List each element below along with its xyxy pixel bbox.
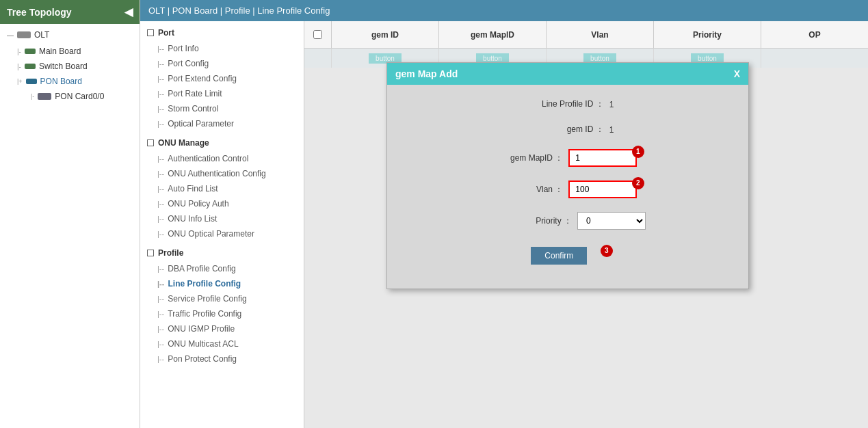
switchboard-icon — [25, 64, 36, 69]
breadcrumb-text: OLT | PON Board | Profile | Line Profile… — [148, 5, 330, 16]
line-profile-id-row: Line Profile ID ： 1 — [408, 98, 728, 110]
nav-onu-auth-config[interactable]: ONU Authentication Config — [140, 166, 304, 181]
tree-root-item: — OLT |- Main Board |- Switch Board |+ — [0, 24, 140, 106]
nav-auth-control[interactable]: Authentication Control — [140, 151, 304, 166]
main-layout: Tree Topology ◀ — OLT |- Main Board |- — [0, 0, 868, 428]
th-vlan: Vlan — [547, 21, 654, 48]
header-checkbox[interactable] — [313, 30, 322, 39]
priority-label: Priority ： — [490, 215, 572, 227]
vlan-label: Vlan ： — [481, 184, 563, 196]
tree-node-olt[interactable]: — OLT — [0, 26, 140, 44]
sidebar: Tree Topology ◀ — OLT |- Main Board |- — [0, 0, 140, 428]
nav-port-extend-config[interactable]: Port Extend Config — [140, 71, 304, 86]
th-priority: Priority — [654, 21, 761, 48]
olt-icon — [17, 31, 31, 38]
nav-storm-control[interactable]: Storm Control — [140, 101, 304, 116]
nav-pon-protect[interactable]: Pon Protect Config — [140, 351, 304, 366]
line-profile-id-label: Line Profile ID ： — [522, 98, 604, 110]
switchboard-label: Switch Board — [39, 62, 88, 71]
nav-onu-optical-param[interactable]: ONU Optical Parameter — [140, 226, 304, 241]
profile-section-label: Profile — [158, 248, 183, 258]
main-content: button button button button — [304, 49, 868, 428]
th-op: OP — [761, 21, 868, 48]
sidebar-collapse-button[interactable]: ◀ — [124, 5, 133, 18]
step-2-badge: 2 — [632, 177, 644, 189]
vlan-row: Vlan ： 2 — [408, 180, 728, 198]
tree-node-switchboard[interactable]: |- Switch Board — [0, 59, 140, 74]
dialog-title: gem Map Add — [395, 68, 458, 79]
th-gem-mapid: gem MapID — [439, 21, 547, 48]
nav-section-onu-manage: ONU Manage Authentication Control ONU Au… — [140, 135, 304, 241]
step-1-badge: 1 — [632, 146, 644, 158]
dialog-body: Line Profile ID ： 1 gem ID ： 1 — [387, 85, 748, 289]
line-profile-id-value: 1 — [609, 100, 614, 109]
dialog-footer: Confirm 3 — [408, 243, 728, 275]
gem-id-label: gem ID ： — [522, 124, 604, 135]
olt-label: OLT — [34, 30, 49, 40]
vlan-input[interactable] — [568, 180, 637, 198]
dialog-close-button[interactable]: X — [734, 68, 740, 79]
priority-select[interactable]: 0 1 2 3 4 5 6 7 — [577, 212, 646, 230]
gem-id-value: 1 — [609, 125, 614, 135]
breadcrumb: OLT | PON Board | Profile | Line Profile… — [140, 0, 868, 21]
gem-mapid-row: gem MapID ： 1 — [408, 149, 728, 167]
nav-port-rate-limit[interactable]: Port Rate Limit — [140, 86, 304, 101]
gem-map-add-dialog: gem Map Add X Line Profile ID ： 1 — [386, 62, 749, 289]
confirm-button[interactable]: Confirm — [531, 247, 587, 265]
app-container: Tree Topology ◀ — OLT |- Main Board |- — [0, 0, 868, 428]
nav-port-info[interactable]: Port Info — [140, 41, 304, 56]
nav-onu-policy-auth[interactable]: ONU Policy Auth — [140, 196, 304, 211]
ponboard-icon — [26, 79, 37, 84]
poncard-icon — [38, 93, 51, 100]
table-header: gem ID gem MapID Vlan Priority OP — [304, 21, 868, 49]
sidebar-header: Tree Topology ◀ — [0, 0, 140, 24]
priority-row: Priority ： 0 1 2 3 4 5 6 — [408, 212, 728, 230]
onu-manage-expand-icon — [147, 139, 154, 146]
mainboard-icon — [25, 49, 36, 54]
port-expand-icon — [147, 29, 154, 36]
content-area: OLT | PON Board | Profile | Line Profile… — [140, 0, 868, 428]
nav-section-port: Port Port Info Port Config Port Extend C… — [140, 25, 304, 131]
port-section-label: Port — [158, 28, 174, 38]
tree-node-poncard[interactable]: |- PON Card0/0 — [0, 89, 140, 104]
right-panel: gem ID gem MapID Vlan Priority OP — [304, 21, 868, 428]
nav-line-profile[interactable]: Line Profile Config — [140, 276, 304, 291]
dialog-title-bar: gem Map Add X — [387, 63, 748, 85]
profile-section-header[interactable]: Profile — [140, 245, 304, 261]
nav-port-config[interactable]: Port Config — [140, 56, 304, 71]
nav-onu-info-list[interactable]: ONU Info List — [140, 211, 304, 226]
gem-id-row: gem ID ： 1 — [408, 124, 728, 135]
nav-auto-find-list[interactable]: Auto Find List — [140, 181, 304, 196]
nav-panel: Port Port Info Port Config Port Extend C… — [140, 21, 304, 428]
nav-dba-profile[interactable]: DBA Profile Config — [140, 261, 304, 276]
tree-node-ponboard[interactable]: |+ PON Board — [0, 74, 140, 89]
nav-onu-multicast[interactable]: ONU Multicast ACL — [140, 336, 304, 351]
content-body: Port Port Info Port Config Port Extend C… — [140, 21, 868, 428]
nav-section-profile: Profile DBA Profile Config Line Profile … — [140, 245, 304, 366]
nav-onu-igmp[interactable]: ONU IGMP Profile — [140, 321, 304, 336]
nav-traffic-profile[interactable]: Traffic Profile Config — [140, 306, 304, 321]
ponboard-label: PON Board — [40, 77, 82, 86]
tree-node-mainboard[interactable]: |- Main Board — [0, 44, 140, 59]
onu-manage-section-header[interactable]: ONU Manage — [140, 135, 304, 151]
profile-expand-icon — [147, 250, 154, 256]
gem-mapid-input[interactable] — [568, 149, 637, 167]
th-checkbox — [304, 21, 332, 48]
poncard-label: PON Card0/0 — [55, 92, 104, 101]
th-gem-id: gem ID — [332, 21, 439, 48]
gem-mapid-label: gem MapID ： — [481, 152, 563, 164]
nav-optical-parameter[interactable]: Optical Parameter — [140, 116, 304, 131]
onu-manage-section-label: ONU Manage — [158, 138, 209, 148]
nav-service-profile[interactable]: Service Profile Config — [140, 291, 304, 306]
port-section-header[interactable]: Port — [140, 25, 304, 41]
sidebar-title: Tree Topology — [7, 7, 72, 18]
step-3-badge: 3 — [601, 245, 613, 257]
mainboard-label: Main Board — [39, 46, 81, 56]
